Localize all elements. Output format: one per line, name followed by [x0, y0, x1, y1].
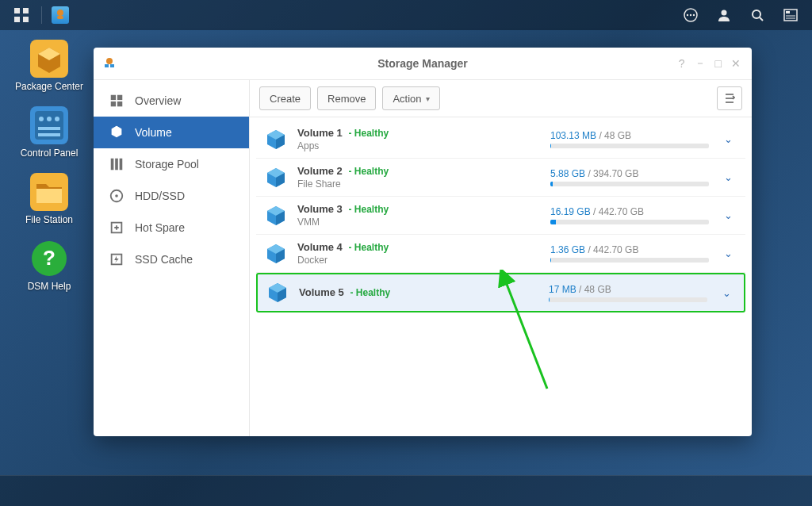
svg-point-22: [55, 117, 59, 121]
sidebar-item-label: Overview: [135, 94, 181, 107]
svg-point-41: [115, 194, 118, 197]
volume-usage: 16.19 GB / 442.70 GB: [550, 206, 709, 224]
svg-rect-2: [14, 17, 20, 22]
svg-point-11: [753, 10, 760, 18]
chevron-down-icon[interactable]: ⌄: [718, 133, 737, 145]
desktop-icon-control-panel[interactable]: Control Panel: [10, 106, 89, 159]
show-desktop-button[interactable]: [6, 0, 36, 30]
volume-usage: 5.88 GB / 394.70 GB: [550, 168, 709, 186]
volume-status: - Healthy: [350, 287, 390, 298]
volume-info: Volume 2 - Healthy File Share: [297, 165, 541, 190]
settings-icon-button[interactable]: [717, 86, 742, 110]
svg-point-10: [722, 10, 727, 16]
desktop-icon-package-center[interactable]: Package Center: [10, 40, 89, 92]
sidebar-item-label: Storage Pool: [135, 158, 199, 171]
svg-point-4: [57, 10, 63, 16]
chevron-down-icon[interactable]: ⌄: [718, 171, 737, 183]
chevron-down-icon[interactable]: ⌄: [717, 287, 736, 299]
volume-used: 103.13 MB: [550, 130, 596, 141]
volume-list: Volume 1 - Healthy Apps 103.13 MB / 48 G…: [250, 117, 752, 436]
volume-row[interactable]: Volume 4 - Healthy Docker 1.36 GB / 442.…: [256, 235, 745, 273]
volume-used: 17 MB: [549, 284, 576, 295]
volume-icon: [264, 128, 288, 151]
volume-status: - Healthy: [348, 242, 389, 253]
svg-text:?: ?: [43, 246, 56, 270]
chevron-down-icon[interactable]: ⌄: [718, 247, 737, 259]
volume-usage: 103.13 MB / 48 GB: [550, 130, 709, 148]
volume-total: / 48 GB: [599, 130, 631, 141]
volume-name: Volume 2: [297, 165, 343, 177]
bottom-bar: [0, 475, 812, 506]
volume-icon: [266, 281, 289, 305]
svg-rect-33: [111, 95, 116, 100]
usage-bar: [550, 144, 709, 148]
volume-usage: 17 MB / 48 GB: [549, 284, 707, 302]
toolbar: Create Remove Action▾: [250, 80, 752, 117]
usage-bar: [549, 297, 707, 302]
action-dropdown[interactable]: Action▾: [382, 86, 439, 110]
volume-subtitle: VMM: [297, 217, 541, 228]
volume-total: / 48 GB: [579, 284, 611, 295]
usage-bar: [550, 182, 709, 186]
sidebar-item-overview[interactable]: Overview: [94, 85, 249, 117]
taskbar-app-storage-manager[interactable]: [47, 0, 74, 30]
svg-line-12: [760, 17, 763, 21]
remove-button[interactable]: Remove: [317, 86, 376, 110]
storage-pool-icon: [108, 155, 125, 173]
volume-status: - Healthy: [348, 166, 389, 177]
volume-name: Volume 1: [297, 127, 343, 139]
svg-point-21: [47, 117, 52, 121]
svg-point-8: [690, 14, 691, 16]
sidebar-item-ssd-cache[interactable]: SSD Cache: [94, 243, 249, 275]
desktop-icon-dsm-help[interactable]: ?DSM Help: [10, 240, 89, 292]
volume-status: - Healthy: [348, 204, 389, 215]
volume-name: Volume 3: [297, 203, 343, 215]
volume-row[interactable]: Volume 1 - Healthy Apps 103.13 MB / 48 G…: [256, 121, 745, 159]
volume-used: 16.19 GB: [550, 206, 591, 217]
volume-info: Volume 4 - Healthy Docker: [297, 241, 541, 266]
volume-usage: 1.36 GB / 442.70 GB: [550, 244, 709, 263]
desktop-icon-file-station[interactable]: File Station: [10, 173, 89, 225]
desktop-icon-label: Package Center: [10, 81, 89, 92]
volume-icon: [264, 204, 288, 228]
volume-icon: [264, 166, 288, 190]
user-icon[interactable]: [709, 0, 739, 30]
volume-row[interactable]: Volume 3 - Healthy VMM 16.19 GB / 442.70…: [256, 197, 745, 235]
sidebar-item-label: Hot Spare: [135, 221, 185, 234]
sidebar-item-hot-spare[interactable]: Hot Spare: [94, 212, 249, 243]
notification-icon[interactable]: [676, 0, 706, 30]
sidebar-item-storage-pool[interactable]: Storage Pool: [94, 148, 249, 180]
sidebar: OverviewVolumeStorage PoolHDD/SSDHot Spa…: [94, 80, 250, 436]
svg-rect-24: [38, 133, 60, 136]
taskbar: [0, 0, 812, 30]
hdd-icon: [108, 187, 125, 205]
svg-point-7: [687, 14, 688, 16]
usage-bar: [550, 220, 709, 224]
volume-total: / 394.70 GB: [588, 168, 638, 179]
window-title: Storage Manager: [94, 57, 752, 70]
volume-subtitle: File Share: [297, 178, 541, 190]
volume-name: Volume 4: [297, 241, 343, 253]
volume-row[interactable]: Volume 2 - Healthy File Share 5.88 GB / …: [256, 159, 745, 197]
create-button[interactable]: Create: [259, 86, 311, 110]
sidebar-item-hdd-ssd[interactable]: HDD/SSD: [94, 180, 249, 212]
svg-rect-1: [23, 8, 29, 13]
desktop-icon-label: File Station: [10, 214, 89, 225]
volume-used: 1.36 GB: [550, 244, 585, 255]
search-icon[interactable]: [742, 0, 772, 30]
volume-used: 5.88 GB: [550, 168, 585, 179]
volume-info: Volume 1 - Healthy Apps: [297, 127, 541, 151]
widgets-icon[interactable]: [776, 0, 806, 30]
hotspare-icon: [108, 219, 125, 236]
volume-info: Volume 3 - Healthy VMM: [297, 203, 541, 228]
svg-rect-36: [117, 102, 122, 106]
sidebar-item-volume[interactable]: Volume: [94, 117, 249, 148]
chevron-down-icon[interactable]: ⌄: [718, 209, 737, 221]
volume-status: - Healthy: [348, 128, 389, 139]
volume-icon: [264, 242, 288, 266]
svg-rect-38: [115, 159, 118, 171]
app-icon: ?: [30, 240, 68, 278]
app-icon: [30, 173, 68, 211]
volume-row[interactable]: Volume 5 - Healthy 17 MB / 48 GB ⌄: [256, 273, 745, 312]
window-titlebar[interactable]: Storage Manager ? － □ ✕: [94, 48, 752, 80]
